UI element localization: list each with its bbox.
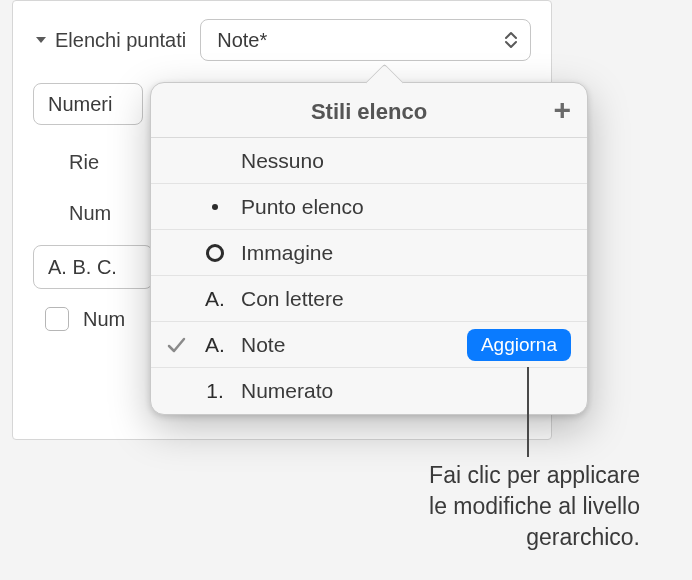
- popover-title: Stili elenco: [311, 99, 427, 124]
- style-label: Note: [241, 333, 457, 357]
- number-glyph: 1.: [199, 379, 231, 403]
- number-format-dropdown[interactable]: A. B. C.: [33, 245, 153, 289]
- tiered-checkbox-label: Num: [83, 308, 125, 331]
- callout-line: Fai clic per applicare: [429, 462, 640, 488]
- style-item-bullet[interactable]: Punto elenco: [151, 184, 587, 230]
- list-style-row: Elenchi puntati Note*: [33, 19, 531, 61]
- popover-header: Stili elenco +: [151, 83, 587, 137]
- callout-leader-line: [527, 367, 529, 457]
- number-format-value: A. B. C.: [48, 256, 117, 279]
- dropdown-chevron-icon: [504, 31, 518, 49]
- callout-line: gerarchico.: [526, 524, 640, 550]
- style-item-lettered[interactable]: A. Con lettere: [151, 276, 587, 322]
- list-style-dropdown[interactable]: Note*: [200, 19, 531, 61]
- bullet-icon: [199, 204, 231, 210]
- numbers-dropdown[interactable]: Numeri: [33, 83, 143, 125]
- image-bullet-icon: [199, 244, 231, 262]
- list-styles-popover: Stili elenco + Nessuno Punto elenco Imma…: [150, 82, 588, 415]
- checkmark-icon: [163, 335, 189, 355]
- style-item-note[interactable]: A. Note Aggiorna: [151, 322, 587, 368]
- tiered-checkbox[interactable]: [45, 307, 69, 331]
- numbers-label: Numeri: [48, 93, 112, 116]
- list-style-value: Note*: [217, 29, 267, 52]
- style-item-image[interactable]: Immagine: [151, 230, 587, 276]
- add-style-button[interactable]: +: [553, 95, 571, 125]
- style-list: Nessuno Punto elenco Immagine A. Con let…: [151, 137, 587, 414]
- section-disclosure[interactable]: Elenchi puntati: [33, 29, 186, 52]
- style-item-none[interactable]: Nessuno: [151, 138, 587, 184]
- letter-glyph: A.: [199, 287, 231, 311]
- style-label: Con lettere: [241, 287, 571, 311]
- style-item-numbered[interactable]: 1. Numerato: [151, 368, 587, 414]
- style-label: Numerato: [241, 379, 571, 403]
- style-label: Punto elenco: [241, 195, 571, 219]
- chevron-down-icon: [33, 32, 49, 48]
- letter-glyph: A.: [199, 333, 231, 357]
- update-style-button[interactable]: Aggiorna: [467, 329, 571, 361]
- callout-line: le modifiche al livello: [429, 493, 640, 519]
- style-label: Nessuno: [241, 149, 571, 173]
- section-label: Elenchi puntati: [55, 29, 186, 52]
- style-label: Immagine: [241, 241, 571, 265]
- callout-text: Fai clic per applicare le modifiche al l…: [220, 460, 640, 553]
